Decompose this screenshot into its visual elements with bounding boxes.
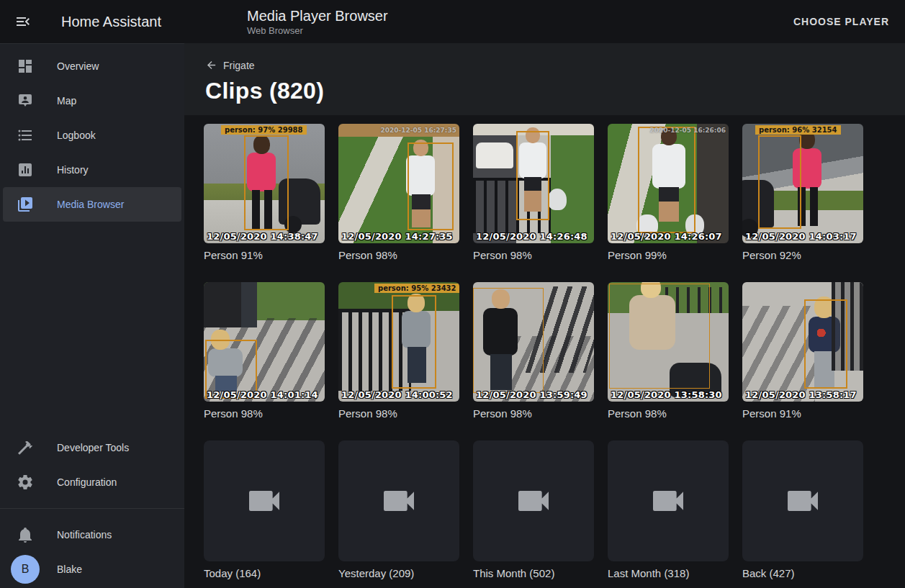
sidebar-item-overview[interactable]: Overview — [3, 49, 181, 83]
sidebar-item-history[interactable]: History — [3, 153, 181, 187]
detection-label-chip: person: 95% 23432 — [374, 284, 459, 293]
video-icon — [379, 481, 419, 521]
sidebar-item-user[interactable]: B Blake — [3, 552, 181, 587]
app-title: Home Assistant — [61, 14, 161, 30]
clip-thumbnail: 2020-12-05 16:27:35 12/05/2020 14:27:35 — [338, 124, 459, 243]
clip-thumbnail: person: 97% 29988 12/05/2020 14:38:47 — [204, 124, 325, 243]
play-box-multiple-icon — [17, 196, 34, 213]
account-location-icon — [17, 92, 34, 109]
choose-player-button[interactable]: CHOOSE PLAYER — [788, 10, 895, 33]
clip-card[interactable]: person: 95% 23432 12/05/2020 14:00:52 Pe… — [338, 282, 459, 422]
sidebar-item-media-browser[interactable]: Media Browser — [3, 187, 181, 222]
clip-card[interactable]: 12/05/2020 13:59:49 Person 98% — [473, 282, 594, 422]
clip-label: Person 98% — [338, 249, 459, 263]
folder-label: Last Month (318) — [608, 567, 729, 582]
chart-box-icon — [17, 161, 34, 178]
sidebar-footer: Notifications B Blake — [0, 517, 184, 588]
notifications-label: Notifications — [57, 529, 112, 540]
panel-subtitle: Web Browser — [247, 25, 388, 37]
folder-card-today-164-[interactable]: Today (164) — [204, 440, 325, 582]
clip-thumbnail: 12/05/2020 13:58:17 — [742, 282, 863, 402]
user-name: Blake — [57, 564, 82, 575]
clip-timestamp-overlay: 12/05/2020 14:03:17 — [745, 231, 857, 242]
folder-card-last-month-318-[interactable]: Last Month (318) — [608, 440, 729, 582]
sidebar-divider — [0, 508, 184, 509]
media-grid: person: 97% 29988 12/05/2020 14:38:47 Pe… — [184, 115, 905, 582]
clip-card[interactable]: 12/05/2020 13:58:30 Person 98% — [608, 282, 729, 422]
folder-tile — [608, 440, 729, 561]
folder-card-this-month-502-[interactable]: This Month (502) — [473, 440, 594, 582]
detection-label-chip: person: 96% 32154 — [755, 125, 841, 135]
clip-card[interactable]: 2020-12-05 16:26:06 12/05/2020 14:26:07 … — [608, 124, 729, 263]
clip-timestamp-overlay: 12/05/2020 14:00:52 — [341, 389, 453, 400]
clip-timestamp-overlay: 12/05/2020 14:26:07 — [611, 231, 722, 242]
video-icon — [648, 481, 688, 521]
clip-label: Person 98% — [338, 407, 459, 422]
view-dashboard-icon — [17, 58, 34, 75]
folder-tile — [338, 440, 459, 561]
clip-card[interactable]: 12/05/2020 14:26:48 Person 98% — [473, 124, 594, 263]
camera-osd-timestamp: 2020-12-05 16:26:06 — [650, 127, 726, 134]
panel-title: Media Player Browser — [247, 7, 388, 24]
sidebar-item-notifications[interactable]: Notifications — [3, 517, 181, 552]
sidebar-item-configuration[interactable]: Configuration — [3, 465, 181, 499]
clip-thumbnail: 12/05/2020 14:01:14 — [204, 282, 325, 402]
video-icon — [783, 481, 823, 521]
hammer-icon — [17, 439, 34, 456]
folder-tile — [473, 440, 594, 561]
clip-card[interactable]: person: 97% 29988 12/05/2020 14:38:47 Pe… — [204, 124, 325, 263]
detection-label-chip: person: 97% 29988 — [221, 125, 307, 135]
app-header-left: Home Assistant — [0, 13, 184, 30]
breadcrumb-back-link[interactable]: Frigate — [205, 59, 255, 71]
sidebar-item-developer-tools[interactable]: Developer Tools — [3, 430, 181, 465]
video-icon — [244, 481, 284, 521]
scene-prop — [204, 282, 257, 327]
folder-label: Back (427) — [742, 567, 863, 582]
panel-title-block: Media Player Browser Web Browser — [247, 7, 388, 37]
sidebar-item-map[interactable]: Map — [3, 83, 181, 118]
clip-thumbnail: person: 96% 32154 12/05/2020 14:03:17 — [742, 124, 863, 243]
clip-timestamp-overlay: 12/05/2020 13:58:30 — [611, 389, 722, 400]
clip-card[interactable]: 12/05/2020 14:01:14 Person 98% — [204, 282, 325, 422]
clip-timestamp-overlay: 12/05/2020 13:59:49 — [476, 389, 587, 400]
sidebar-item-logbook[interactable]: Logbook — [3, 118, 181, 153]
camera-osd-timestamp: 2020-12-05 16:27:35 — [381, 127, 456, 134]
arrow-left-icon — [205, 59, 217, 71]
clip-timestamp-overlay: 12/05/2020 14:01:14 — [207, 389, 318, 400]
page-title: Clips (820) — [205, 78, 905, 104]
clip-thumbnail: 12/05/2020 13:59:49 — [473, 282, 594, 402]
folder-label: This Month (502) — [473, 567, 594, 582]
clip-label: Person 98% — [473, 249, 594, 263]
sidebar: Overview Map Logbook History Media Brows… — [0, 43, 184, 588]
detection-bounding-box — [516, 131, 549, 220]
folder-tile — [204, 440, 325, 561]
folder-tile — [742, 440, 863, 561]
detection-bounding-box — [473, 288, 544, 393]
sidebar-nav-bottom: Developer Tools Configuration — [0, 425, 184, 499]
detection-bounding-box — [244, 135, 289, 230]
media-grid-container: person: 97% 29988 12/05/2020 14:38:47 Pe… — [184, 115, 905, 588]
menu-open-icon — [14, 13, 32, 30]
folder-card-back-427-[interactable]: Back (427) — [742, 440, 863, 582]
detection-bounding-box — [638, 127, 695, 233]
clip-card[interactable]: 12/05/2020 13:58:17 Person 91% — [742, 282, 863, 422]
cog-icon — [17, 474, 34, 491]
folder-card-yesterday-209-[interactable]: Yesterday (209) — [338, 440, 459, 582]
clip-timestamp-overlay: 12/05/2020 14:26:48 — [476, 231, 587, 242]
detection-bounding-box — [392, 295, 436, 389]
app-window: Home Assistant Media Player Browser Web … — [0, 0, 905, 588]
clip-thumbnail: 12/05/2020 14:26:48 — [473, 124, 594, 243]
clip-card[interactable]: 2020-12-05 16:27:35 12/05/2020 14:27:35 … — [338, 124, 459, 263]
clip-card[interactable]: person: 96% 32154 12/05/2020 14:03:17 Pe… — [742, 124, 863, 263]
scene-prop — [476, 143, 513, 168]
clip-label: Person 98% — [204, 407, 325, 422]
clip-thumbnail: 12/05/2020 13:58:30 — [608, 282, 729, 402]
clip-label: Person 91% — [742, 407, 863, 422]
clip-thumbnail: 2020-12-05 16:26:06 12/05/2020 14:26:07 — [608, 124, 729, 243]
content-area: Frigate Clips (820) person: 97% 29988 12… — [184, 43, 905, 588]
menu-toggle-button[interactable] — [14, 13, 32, 30]
clip-label: Person 99% — [608, 249, 729, 263]
clip-label: Person 92% — [742, 249, 863, 263]
app-header: Home Assistant Media Player Browser Web … — [0, 0, 905, 43]
clip-label: Person 98% — [473, 407, 594, 422]
